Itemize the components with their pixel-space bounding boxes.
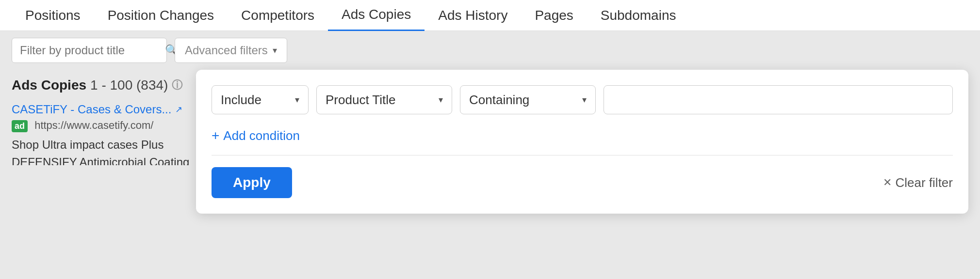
search-area: 🔍 Advanced filters ▾: [0, 31, 980, 70]
include-select-label: Include: [221, 93, 261, 108]
ad-item-title-text: CASETiFY - Cases & Covers...: [12, 103, 171, 116]
nav-item-subdomains[interactable]: Subdomains: [587, 0, 690, 31]
advanced-filters-button[interactable]: Advanced filters ▾: [175, 38, 287, 63]
product-title-chevron-icon: ▾: [439, 94, 443, 105]
ads-copies-title: Ads Copies: [12, 78, 86, 93]
plus-icon: +: [212, 128, 219, 143]
containing-select-label: Containing: [469, 93, 529, 108]
nav-item-position-changes[interactable]: Position Changes: [94, 0, 228, 31]
include-select[interactable]: Include ▾: [212, 85, 309, 114]
nav-item-positions[interactable]: Positions: [12, 0, 94, 31]
chevron-down-icon: ▾: [273, 45, 277, 56]
ad-item-url-text: https://www.casetify.com/: [34, 119, 153, 131]
product-title-select[interactable]: Product Title ▾: [316, 85, 452, 114]
x-icon: ✕: [883, 176, 892, 189]
filter-row: Include ▾ Product Title ▾ Containing ▾: [212, 85, 953, 114]
ad-badge: ad: [12, 120, 28, 132]
product-title-select-label: Product Title: [326, 93, 396, 108]
ads-copies-count: 1 - 100 (834): [90, 78, 168, 93]
add-condition-button[interactable]: + Add condition: [212, 128, 300, 143]
search-input[interactable]: [20, 44, 165, 57]
nav-item-ads-history[interactable]: Ads History: [425, 0, 521, 31]
nav-item-competitors[interactable]: Competitors: [228, 0, 328, 31]
search-input-container: 🔍: [12, 38, 167, 63]
containing-select[interactable]: Containing ▾: [460, 85, 596, 114]
include-chevron-icon: ▾: [295, 94, 299, 105]
external-link-icon: ↗: [175, 104, 182, 115]
advanced-filters-label: Advanced filters: [185, 44, 268, 57]
filter-actions: Apply ✕ Clear filter: [212, 167, 953, 198]
clear-filter-button[interactable]: ✕ Clear filter: [883, 175, 953, 190]
nav-item-pages[interactable]: Pages: [521, 0, 587, 31]
ad-item-url: ad https://www.casetify.com/: [12, 119, 215, 132]
info-icon[interactable]: ⓘ: [172, 78, 182, 93]
main-content: Ads Copies 1 - 100 (834) ⓘ CASETiFY - Ca…: [0, 70, 980, 188]
filter-value-input[interactable]: [604, 85, 953, 114]
ad-item-title-link[interactable]: CASETiFY - Cases & Covers... ↗: [12, 103, 215, 116]
ads-copies-header: Ads Copies 1 - 100 (834) ⓘ: [12, 78, 215, 93]
clear-filter-label: Clear filter: [896, 175, 953, 190]
filter-dropdown-panel: Include ▾ Product Title ▾ Containing ▾: [196, 70, 968, 214]
nav-item-ads-copies[interactable]: Ads Copies: [328, 0, 425, 31]
filter-divider: [212, 155, 953, 155]
add-condition-label: Add condition: [223, 128, 300, 143]
containing-chevron-icon: ▾: [582, 94, 587, 105]
top-navigation: Positions Position Changes Competitors A…: [0, 0, 980, 31]
apply-button[interactable]: Apply: [212, 167, 292, 198]
